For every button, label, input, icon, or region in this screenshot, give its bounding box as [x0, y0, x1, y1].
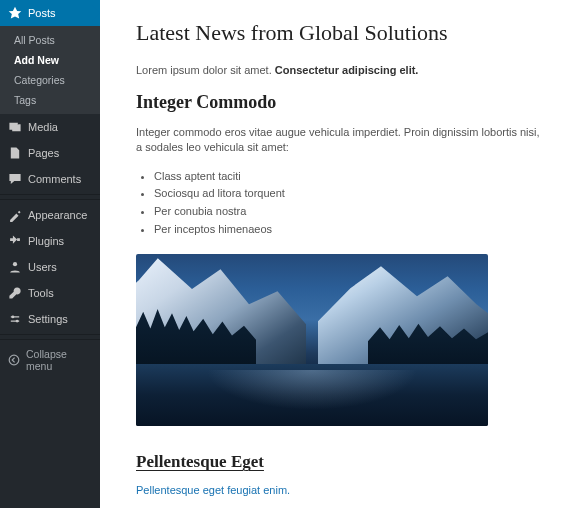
sidebar-item-label: Tools: [28, 287, 54, 299]
tools-icon: [8, 286, 22, 300]
media-icon: [8, 120, 22, 134]
submenu-categories[interactable]: Categories: [0, 70, 100, 90]
sidebar-item-settings[interactable]: Settings: [0, 306, 100, 332]
image-decor: [136, 364, 488, 426]
sidebar-item-comments[interactable]: Comments: [0, 166, 100, 192]
collapse-menu[interactable]: Collapse menu: [0, 342, 100, 378]
submenu-all-posts[interactable]: All Posts: [0, 30, 100, 50]
list-item[interactable]: Class aptent taciti: [154, 168, 541, 186]
submenu-add-new[interactable]: Add New: [0, 50, 100, 70]
list-item[interactable]: Sociosqu ad litora torquent: [154, 185, 541, 203]
sidebar-item-label: Pages: [28, 147, 59, 159]
pages-icon: [8, 146, 22, 160]
sidebar-item-appearance[interactable]: Appearance: [0, 202, 100, 228]
link-paragraph[interactable]: Pellentesque eget feugiat enim.: [136, 484, 541, 496]
menu-separator: [0, 334, 100, 340]
settings-icon: [8, 312, 22, 326]
heading-pellentesque-eget[interactable]: Pellentesque Eget: [136, 452, 541, 472]
list-item[interactable]: Per conubia nostra: [154, 203, 541, 221]
intro-text: Lorem ipsum dolor sit amet.: [136, 64, 275, 76]
svg-point-1: [12, 316, 15, 319]
appearance-icon: [8, 208, 22, 222]
sidebar-item-label: Comments: [28, 173, 81, 185]
sidebar-item-label: Media: [28, 121, 58, 133]
sidebar-item-posts[interactable]: Posts: [0, 0, 100, 26]
sidebar-item-label: Users: [28, 261, 57, 273]
sidebar-item-label: Appearance: [28, 209, 87, 221]
comments-icon: [8, 172, 22, 186]
editor-content: Latest News from Global Solutions Lorem …: [100, 0, 569, 508]
posts-submenu: All Posts Add New Categories Tags: [0, 26, 100, 114]
users-icon: [8, 260, 22, 274]
list-item[interactable]: Per inceptos himenaeos: [154, 221, 541, 239]
sidebar-item-tools[interactable]: Tools: [0, 280, 100, 306]
bullet-list[interactable]: Class aptent taciti Sociosqu ad litora t…: [154, 168, 541, 238]
pin-icon: [8, 6, 22, 20]
intro-bold: Consectetur adipiscing elit.: [275, 64, 419, 76]
post-title[interactable]: Latest News from Global Solutions: [136, 20, 541, 46]
sidebar-item-plugins[interactable]: Plugins: [0, 228, 100, 254]
collapse-label: Collapse menu: [26, 348, 92, 372]
sidebar-item-users[interactable]: Users: [0, 254, 100, 280]
app-root: Posts All Posts Add New Categories Tags …: [0, 0, 569, 508]
svg-point-0: [13, 262, 17, 266]
menu-separator: [0, 194, 100, 200]
svg-point-2: [16, 320, 19, 323]
paragraph-1[interactable]: Integer commodo eros vitae augue vehicul…: [136, 125, 541, 156]
sidebar-item-label: Posts: [28, 7, 56, 19]
sidebar-item-label: Settings: [28, 313, 68, 325]
intro-paragraph[interactable]: Lorem ipsum dolor sit amet. Consectetur …: [136, 64, 541, 76]
collapse-icon: [8, 354, 20, 366]
sidebar-item-label: Plugins: [28, 235, 64, 247]
plugins-icon: [8, 234, 22, 248]
svg-point-3: [9, 355, 19, 365]
sidebar-item-media[interactable]: Media: [0, 114, 100, 140]
submenu-tags[interactable]: Tags: [0, 90, 100, 110]
featured-image[interactable]: [136, 254, 488, 426]
sidebar-item-pages[interactable]: Pages: [0, 140, 100, 166]
admin-sidebar: Posts All Posts Add New Categories Tags …: [0, 0, 100, 508]
body-link[interactable]: Pellentesque eget feugiat enim.: [136, 484, 290, 496]
heading-integer-commodo[interactable]: Integer Commodo: [136, 92, 541, 113]
